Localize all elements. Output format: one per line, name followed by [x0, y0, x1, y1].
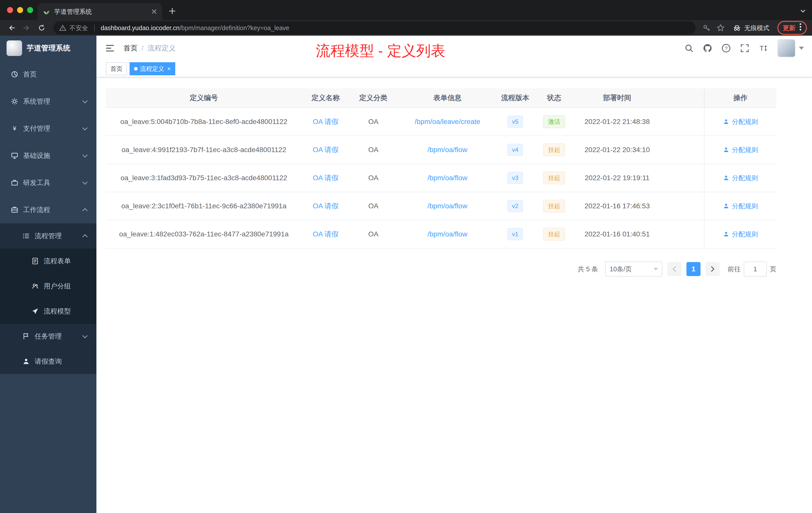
sidebar-item-label: 首页 — [23, 70, 37, 79]
sidebar-item-7[interactable]: 流程表单 — [0, 248, 96, 274]
column-header-5: 状态 — [533, 88, 576, 108]
cell-definition-name[interactable]: OA 请假 — [302, 220, 349, 248]
tab-close-icon[interactable] — [150, 7, 158, 16]
cell-form-info[interactable]: /bpm/oa/flow — [397, 136, 498, 163]
form-info-link[interactable]: /bpm/oa/flow — [428, 174, 467, 182]
sidebar-item-label: 研发工具 — [23, 178, 50, 187]
user-icon — [723, 231, 729, 237]
goto-page-input[interactable] — [744, 262, 767, 277]
cell-form-info[interactable]: /bpm/oa/flow — [397, 220, 498, 248]
assign-rule-label: 分配规则 — [732, 146, 758, 154]
page-size-value: 10条/页 — [610, 265, 632, 274]
sidebar-item-4[interactable]: 研发工具 — [0, 169, 96, 196]
column-header-2: 定义分类 — [349, 88, 397, 108]
definition-name-link[interactable]: OA 请假 — [313, 173, 339, 183]
main-area: 流程模型 - 定义列表 首页 / 流程定义 — [96, 36, 812, 513]
version-tag: v4 — [508, 144, 523, 156]
assign-rule-label: 分配规则 — [732, 230, 758, 239]
form-info-link[interactable]: /bpm/oa/leave/create — [414, 118, 480, 126]
github-icon[interactable] — [702, 43, 713, 53]
assign-rule-button[interactable]: 分配规则 — [723, 146, 758, 154]
help-icon[interactable]: ? — [721, 43, 731, 53]
infrastructure-icon — [10, 152, 19, 160]
sidebar-item-label: 流程模型 — [44, 307, 71, 316]
user-menu[interactable] — [777, 39, 804, 57]
avatar[interactable] — [777, 39, 795, 57]
sidebar-item-2[interactable]: ¥支付管理 — [0, 115, 96, 142]
sidebar-item-8[interactable]: 用户分组 — [0, 274, 96, 299]
prev-page-button[interactable] — [667, 262, 682, 276]
sidebar-item-5[interactable]: 工作流程 — [0, 196, 96, 223]
assign-rule-button[interactable]: 分配规则 — [723, 230, 758, 239]
definition-name-link[interactable]: OA 请假 — [313, 230, 339, 239]
cell-form-info[interactable]: /bpm/oa/flow — [397, 192, 498, 220]
definition-name-link[interactable]: OA 请假 — [313, 145, 339, 155]
sidebar-item-label: 任务管理 — [35, 332, 62, 341]
form-info-link[interactable]: /bpm/oa/flow — [428, 230, 467, 238]
cell-deploy-time: 2022-01-16 01:40:51 — [576, 220, 659, 248]
page-size-select[interactable]: 10条/页 — [605, 262, 662, 277]
cell-definition-id: oa_leave:4:991f2193-7b7f-11ec-a3c8-acde4… — [106, 136, 302, 163]
definition-name-link[interactable]: OA 请假 — [313, 201, 339, 211]
cell-definition-name[interactable]: OA 请假 — [302, 164, 349, 192]
sidebar-toggle-icon[interactable] — [105, 43, 116, 54]
next-page-button[interactable] — [705, 262, 720, 276]
cell-definition-name[interactable]: OA 请假 — [302, 136, 349, 163]
svg-text:¥: ¥ — [12, 125, 16, 132]
sidebar-item-label: 工作流程 — [23, 205, 50, 214]
cell-form-info[interactable]: /bpm/oa/leave/create — [397, 108, 498, 135]
close-window-button[interactable] — [7, 7, 13, 13]
sidebar-item-9[interactable]: 流程模型 — [0, 299, 96, 324]
sidebar-item-3[interactable]: 基础设施 — [0, 142, 96, 169]
definition-name-link[interactable]: OA 请假 — [313, 117, 339, 126]
sidebar-item-11[interactable]: 请假查询 — [0, 349, 96, 374]
sidebar-item-10[interactable]: 任务管理 — [0, 324, 96, 349]
assign-rule-button[interactable]: 分配规则 — [723, 174, 758, 182]
assign-rule-button[interactable]: 分配规则 — [723, 202, 758, 211]
tag-close-icon[interactable]: × — [167, 66, 171, 72]
sidebar-item-0[interactable]: 首页 — [0, 61, 96, 88]
forward-button[interactable] — [20, 21, 33, 34]
sidebar-item-6[interactable]: 流程管理 — [0, 223, 96, 248]
back-button[interactable] — [5, 21, 18, 34]
address-bar[interactable]: 不安全 dashboard.yudao.iocoder.cn/bpm/manag… — [53, 21, 696, 34]
fullscreen-icon[interactable] — [740, 43, 750, 53]
maximize-window-button[interactable] — [27, 7, 33, 13]
form-info-link[interactable]: /bpm/oa/flow — [428, 146, 467, 154]
column-header-3: 表单信息 — [397, 88, 498, 108]
cell-definition-id: oa_leave:3:1fad3d93-7b75-11ec-a3c8-acde4… — [106, 164, 302, 192]
cell-definition-name[interactable]: OA 请假 — [302, 108, 349, 135]
browser-toolbar: 不安全 dashboard.yudao.iocoder.cn/bpm/manag… — [0, 20, 812, 36]
chevron-down-icon — [82, 179, 88, 184]
row-spacer — [659, 220, 704, 248]
view-tag-0[interactable]: 首页 — [106, 62, 127, 75]
chevron-down-icon — [82, 98, 88, 103]
pagination: 共 5 条 10条/页 1 前往 页 — [106, 262, 776, 277]
password-key-icon[interactable] — [700, 22, 713, 34]
cell-version: v3 — [498, 164, 533, 192]
browser-tab[interactable]: 芋道管理系统 — [38, 3, 162, 20]
column-header-1: 定义名称 — [302, 88, 349, 108]
column-header-6: 部署时间 — [576, 88, 659, 108]
sidebar-item-1[interactable]: 系统管理 — [0, 88, 96, 115]
cell-version: v5 — [498, 108, 533, 135]
assign-rule-button[interactable]: 分配规则 — [723, 117, 758, 126]
font-size-icon[interactable]: T — [758, 43, 768, 53]
browser-menu-dots-icon[interactable] — [800, 23, 802, 33]
browser-update-button[interactable]: 更新 — [777, 21, 807, 35]
new-tab-button[interactable] — [165, 4, 179, 18]
breadcrumb-item-current: 流程定义 — [148, 43, 176, 53]
view-tag-1[interactable]: 流程定义× — [129, 62, 175, 75]
tab-search-chevron-icon[interactable] — [800, 7, 806, 16]
view-tag-label: 首页 — [111, 65, 122, 73]
minimize-window-button[interactable] — [17, 7, 23, 13]
cell-form-info[interactable]: /bpm/oa/flow — [397, 164, 498, 192]
breadcrumb-item-home[interactable]: 首页 — [123, 43, 138, 53]
search-icon[interactable] — [684, 43, 694, 53]
reload-button[interactable] — [35, 21, 48, 34]
bookmark-star-icon[interactable] — [715, 22, 727, 34]
page-number-button[interactable]: 1 — [687, 262, 700, 276]
table-row: oa_leave:2:3c1f0ef1-76b1-11ec-9c66-a2380… — [106, 192, 776, 220]
cell-definition-name[interactable]: OA 请假 — [302, 192, 349, 220]
form-info-link[interactable]: /bpm/oa/flow — [428, 202, 467, 210]
